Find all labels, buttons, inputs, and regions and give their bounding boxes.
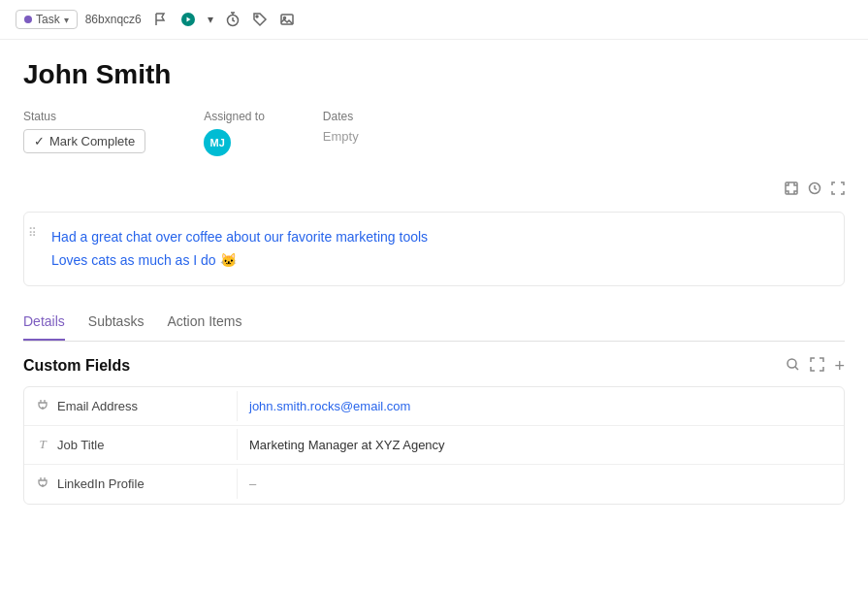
task-dot: [24, 16, 32, 23]
custom-fields-section-header: Custom Fields +: [23, 342, 845, 386]
top-bar: Task ▾ 86bxnqcz6 ▾: [0, 0, 868, 40]
svg-point-2: [256, 16, 258, 17]
page-title: John Smith: [23, 59, 845, 90]
note-line-2: Loves cats as much as I do 🐱: [40, 249, 828, 271]
status-label: Status: [23, 110, 145, 123]
mark-complete-button[interactable]: ✓ Mark Complete: [23, 129, 145, 153]
task-type-badge[interactable]: Task ▾: [16, 10, 78, 29]
expand-icon[interactable]: [810, 357, 824, 375]
tab-action-items[interactable]: Action Items: [167, 306, 241, 341]
field-row-linkedin: LinkedIn Profile –: [24, 465, 844, 504]
linkedin-value[interactable]: –: [238, 469, 844, 499]
svg-rect-5: [786, 182, 797, 194]
text-icon: T: [36, 437, 49, 452]
note-toolbar: [23, 176, 845, 204]
status-section: Status ✓ Mark Complete: [23, 110, 145, 156]
note-line-1: Had a great chat over coffee about our f…: [40, 226, 828, 247]
plug-icon-linkedin: [36, 476, 49, 491]
add-field-icon[interactable]: +: [834, 357, 845, 375]
toolbar-icons: ▾: [153, 12, 295, 27]
tabs-row: Details Subtasks Action Items: [23, 306, 845, 342]
image-icon[interactable]: [279, 12, 295, 27]
history-icon[interactable]: [808, 181, 821, 198]
mark-complete-label: Mark Complete: [49, 134, 135, 148]
expand-full-icon[interactable]: [785, 181, 798, 198]
dates-label: Dates: [323, 110, 359, 123]
field-label-email: Email Address: [24, 391, 238, 421]
email-link[interactable]: john.smith.rocks@email.com: [249, 399, 410, 413]
custom-fields-title: Custom Fields: [23, 357, 130, 375]
main-content: John Smith Status ✓ Mark Complete Assign…: [0, 40, 868, 505]
note-emoji: 🐱: [220, 252, 237, 268]
email-field-value[interactable]: john.smith.rocks@email.com: [238, 391, 844, 421]
tab-subtasks[interactable]: Subtasks: [88, 306, 145, 341]
job-title-label: Job Title: [57, 438, 104, 452]
custom-fields-table: Email Address john.smith.rocks@email.com…: [23, 386, 845, 505]
field-row-job-title: T Job Title Marketing Manager at XYZ Age…: [24, 426, 844, 465]
assigned-to-label: Assigned to: [204, 110, 265, 123]
svg-point-4: [283, 17, 285, 19]
checkmark-icon: ✓: [34, 134, 45, 148]
field-label-job-title: T Job Title: [24, 429, 238, 460]
field-row-email: Email Address john.smith.rocks@email.com: [24, 387, 844, 426]
dates-section: Dates Empty: [323, 110, 359, 156]
dates-value[interactable]: Empty: [323, 129, 359, 144]
plug-icon: [36, 399, 49, 413]
task-id: 86bxnqcz6: [85, 13, 142, 26]
fullscreen-icon[interactable]: [831, 181, 845, 198]
flag-icon[interactable]: [153, 12, 169, 27]
search-icon[interactable]: [786, 357, 800, 375]
field-label-linkedin: LinkedIn Profile: [24, 469, 238, 499]
chevron-down-icon: ▾: [64, 15, 69, 25]
section-actions: +: [786, 357, 845, 375]
note-card: ⠿ Had a great chat over coffee about our…: [23, 212, 845, 286]
assigned-to-section: Assigned to MJ: [204, 110, 265, 156]
play-icon[interactable]: [180, 12, 196, 27]
task-label: Task: [36, 13, 60, 26]
email-field-label: Email Address: [57, 399, 138, 413]
chevron-down-icon[interactable]: ▾: [208, 13, 213, 26]
meta-row: Status ✓ Mark Complete Assigned to MJ Da…: [23, 110, 845, 156]
tab-details[interactable]: Details: [23, 306, 65, 341]
svg-point-7: [788, 359, 796, 368]
job-title-value[interactable]: Marketing Manager at XYZ Agency: [238, 430, 844, 460]
drag-handle-icon[interactable]: ⠿: [28, 226, 37, 240]
linkedin-label: LinkedIn Profile: [57, 476, 145, 491]
tag-icon[interactable]: [252, 12, 268, 27]
timer-icon[interactable]: [225, 12, 241, 27]
avatar[interactable]: MJ: [204, 129, 231, 156]
